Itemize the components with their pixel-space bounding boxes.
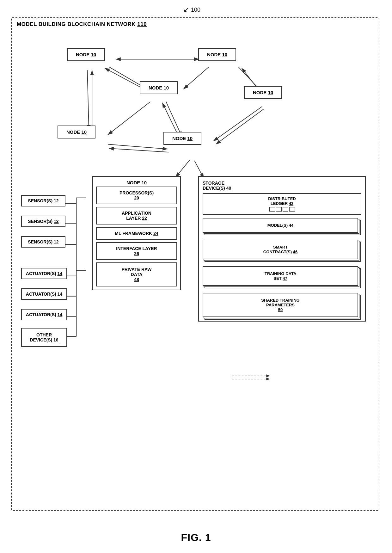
node-5: NODE 10 — [58, 126, 95, 138]
sensor-2: SENSOR(S) 12 — [21, 216, 65, 227]
svg-line-16 — [109, 148, 168, 152]
actuator-2: ACTUATOR(S) 14 — [21, 288, 67, 300]
svg-line-18 — [194, 161, 204, 178]
node-3: NODE 10 — [140, 81, 178, 94]
node-detail-title: NODE 10 — [96, 180, 177, 185]
svg-line-14 — [216, 109, 264, 144]
sensor-3: SENSOR(S) 12 — [21, 236, 65, 248]
node-1: NODE 10 — [67, 48, 105, 61]
svg-line-8 — [87, 70, 89, 130]
smart-contracts-stack: SMARTCONTRACT(S) 46 — [203, 240, 358, 259]
network-title-text: MODEL BUILDING BLOCKCHAIN NETWORK — [17, 21, 136, 27]
node-detail-container: NODE 10 PROCESSOR(S)20 APPLICATIONLAYER … — [92, 176, 181, 290]
svg-line-5 — [105, 68, 144, 89]
other-devices: OTHERDEVICE(S) 16 — [21, 328, 67, 347]
application-layer-box: APPLICATIONLAYER 22 — [96, 207, 177, 224]
models-stack: MODEL(S) 44 — [203, 218, 358, 233]
svg-line-13 — [213, 107, 262, 141]
page-container: ↙ 100 MODEL BUILDING BLOCKCHAIN NETWORK … — [0, 0, 392, 553]
node-6: NODE 10 — [163, 132, 201, 145]
node-4: NODE 10 — [244, 86, 282, 99]
shared-params-stack: SHARED TRAININGPARAMETERS50 — [203, 293, 358, 317]
storage-title: STORAGEDEVICE(S) 40 — [203, 181, 361, 191]
private-raw-data-box: PRIVATE RAWDATA48 — [96, 262, 177, 286]
training-data-stack: TRAINING DATASET 47 — [203, 266, 358, 286]
svg-line-15 — [108, 144, 168, 149]
main-network-box: MODEL BUILDING BLOCKCHAIN NETWORK 110 — [11, 17, 379, 511]
distributed-ledger-box: DISTRIBUTEDLEDGER 42 — [203, 193, 361, 215]
processor-box: PROCESSOR(S)20 — [96, 187, 177, 204]
ledger-block-1 — [269, 207, 275, 212]
storage-device-container: STORAGEDEVICE(S) 40 DISTRIBUTEDLEDGER 42… — [198, 176, 366, 322]
svg-line-4 — [183, 67, 209, 89]
arrow-down-icon: ↙ — [183, 6, 189, 14]
ledger-block-2 — [276, 207, 282, 212]
ledger-block-4 — [289, 207, 295, 212]
sensor-1: SENSOR(S) 12 — [21, 195, 65, 206]
network-ref: 110 — [137, 21, 147, 27]
ml-framework-box: ML FRAMEWORK 24 — [96, 227, 177, 240]
svg-line-10 — [108, 102, 150, 135]
actuator-3: ACTUATOR(S) 14 — [21, 309, 67, 320]
interface-layer-box: INTERFACE LAYER26 — [96, 242, 177, 260]
svg-line-11 — [166, 102, 182, 137]
figure-reference: ↙ 100 — [183, 6, 200, 14]
svg-line-17 — [175, 160, 190, 177]
ledger-block-3 — [283, 207, 288, 212]
figure-ref-number: 100 — [191, 7, 200, 13]
node-2: NODE 10 — [198, 48, 236, 61]
network-title: MODEL BUILDING BLOCKCHAIN NETWORK 110 — [17, 21, 147, 28]
svg-line-12 — [162, 103, 179, 137]
figure-caption: FIG. 1 — [181, 532, 211, 544]
actuator-1: ACTUATOR(S) 14 — [21, 268, 67, 279]
